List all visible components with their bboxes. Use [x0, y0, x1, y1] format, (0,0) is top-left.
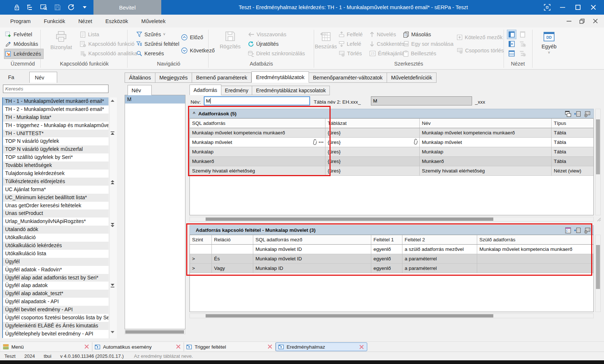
menu-eszkozok[interactable]: Eszközök — [106, 14, 128, 29]
result-table-row-selected[interactable]: M — [125, 95, 185, 104]
ellipsis-button[interactable]: ⋯ — [318, 139, 324, 145]
list-item[interactable]: UC_Minimum készlet beállított lista* — [3, 194, 108, 202]
datasources-hscrollbar[interactable] — [189, 217, 594, 222]
screenshot-icon[interactable] — [539, 0, 555, 15]
delete-table-icon[interactable] — [584, 227, 590, 234]
torles-button[interactable]: Törlés — [339, 49, 362, 58]
collapse-chevron-icon[interactable]: ^ — [193, 111, 195, 116]
join-conditions-panel-header[interactable]: Adatforrás kapcsoló feltétel - Munkalap … — [189, 225, 594, 235]
kapcsolodo-analitika-button[interactable]: Kapcsolódó analitika — [80, 49, 137, 58]
close-tab-icon[interactable] — [84, 344, 89, 349]
inner-close-button[interactable] — [590, 16, 600, 26]
column-header[interactable]: Feltétel 1 — [371, 235, 402, 245]
task-tab-automatikus-esemeny[interactable]: Automatikus esemény — [92, 342, 184, 351]
list-item[interactable]: Ügyfél alapadatok - API — [3, 298, 108, 306]
lefele-button[interactable]: Lefelé — [339, 39, 361, 49]
csoportos-torles-button[interactable]: Csoportos törlés — [457, 46, 504, 55]
felvetel-button[interactable]: Felvétel — [5, 30, 32, 39]
table-name-input[interactable]: M — [371, 96, 472, 105]
list-item[interactable]: Utókalkuláció — [3, 234, 108, 242]
rogzites-button[interactable]: Rögzítés — [217, 30, 243, 49]
table-row[interactable]: Személy hivatali elérhetőség {üres} Szem… — [190, 166, 593, 176]
page-up-icon[interactable] — [110, 180, 115, 185]
subtab-eredmeny[interactable]: Eredmény — [221, 86, 253, 95]
view-layout-left-button[interactable] — [507, 30, 516, 39]
maximize-button[interactable] — [570, 0, 586, 15]
menu-muveletek[interactable]: Műveletek — [141, 15, 166, 27]
list-item[interactable]: Tulajdonság lekérdezések — [3, 170, 108, 178]
egy-sor-masolasa-button[interactable]: Egy sor másolása — [403, 39, 453, 49]
list-item[interactable]: Unas getOrder keresési feltételek — [3, 202, 108, 210]
tab-bemenoparameter-valtozatok[interactable]: Bemenőparaméter-változatok — [309, 73, 387, 83]
paperclip-icon[interactable] — [312, 139, 317, 145]
bizonylat-button[interactable]: Bizonylat — [45, 30, 77, 50]
view-layout-bottom-button[interactable] — [507, 49, 516, 58]
view-layout-left-collapse-button[interactable] — [507, 40, 516, 48]
table-row[interactable]: > Vagy Munkalap ID egyenlő a paraméterre… — [190, 264, 593, 273]
datasources-vscrollbar[interactable] — [595, 109, 601, 215]
column-header[interactable]: Típus — [552, 119, 593, 128]
column-header[interactable]: Szülő adatforrás — [477, 235, 593, 245]
tab-bemeno-parameterek[interactable]: Bemenő paraméterek — [192, 73, 251, 83]
list-item[interactable]: Ügyfél — [3, 258, 108, 266]
list-item[interactable]: TH - Munkalap lista* — [3, 114, 108, 122]
close-tab-icon[interactable] — [359, 345, 364, 349]
table-row-current[interactable]: Munkalap művelet ID egyenlő a szülő adat… — [190, 245, 593, 254]
scroll-up-icon[interactable] — [110, 99, 115, 104]
list-item[interactable]: Ügyfél alap adat adatforrás teszt by Ser… — [3, 274, 108, 282]
menu-nezet[interactable]: Nézet — [78, 15, 92, 27]
close-tab-icon[interactable] — [268, 344, 272, 349]
lista-button[interactable]: Lista — [80, 30, 99, 39]
column-header[interactable]: Feltétel 2 — [402, 235, 477, 245]
result-list-hscrollbar[interactable] — [125, 330, 185, 334]
quickbar-dropdown-icon[interactable] — [80, 3, 89, 12]
table-row[interactable]: > És Munkalap művelet ID egyenlő a param… — [190, 254, 593, 264]
tab-altalanos[interactable]: Általános — [125, 73, 155, 83]
menu-program[interactable]: Program — [10, 15, 31, 27]
add-column-icon[interactable] — [574, 111, 581, 117]
delete-table-icon[interactable] — [584, 111, 590, 117]
szuresi-feltetel-button[interactable]: Szűrési feltétel — [136, 39, 179, 49]
page-down-icon[interactable] — [110, 223, 115, 228]
quick-tab-bevitel[interactable]: Bevitel — [93, 0, 161, 15]
task-tab-menu[interactable]: Menü — [1, 342, 92, 351]
table-row[interactable]: Munkaerő {üres} Munkaerő Tábla — [190, 157, 593, 166]
tree-menu-icon[interactable] — [26, 3, 35, 12]
masolas-button[interactable]: Másolás — [403, 30, 431, 39]
lock-icon[interactable] — [12, 3, 21, 12]
tab-eredmenytablazatok[interactable]: Eredménytáblázatok — [251, 71, 309, 83]
list-item[interactable]: További lehetőségek — [3, 161, 108, 170]
modositas-button[interactable]: Módosítás — [5, 39, 38, 49]
kovetkezo-button[interactable]: Következő — [181, 46, 215, 55]
table-row[interactable]: Munkalap {üres} Munkalap Tábla — [190, 147, 593, 157]
inner-minimize-button[interactable] — [564, 16, 574, 26]
list-item[interactable]: Unas setProduct — [3, 209, 108, 218]
list-item[interactable]: Urlap_MunkiadonyilvNApiRogzites* — [3, 218, 108, 226]
list-item[interactable]: Utalandó adók — [3, 226, 108, 234]
subtab-eredmenytablazat-kapcsolatok[interactable]: Eredménytáblázat kapcsolatok — [252, 86, 330, 95]
resize-grip-icon[interactable] — [596, 216, 601, 222]
refresh-icon[interactable] — [67, 3, 76, 12]
list-item[interactable]: Ügyfél adatok - Radovin* — [3, 266, 108, 274]
list-item[interactable]: Utókalkuláció lista — [3, 250, 108, 258]
join-conditions-hscrollbar[interactable] — [189, 313, 594, 318]
list-item[interactable]: Ügyféltelephely bevitel eredmény - API — [3, 330, 108, 338]
minimize-button[interactable] — [555, 0, 570, 15]
ujratoltes-button[interactable]: Újratöltés — [248, 39, 279, 49]
column-header[interactable]: SQL adatforrás — [190, 119, 325, 128]
list-item[interactable]: Ügyfél csoportos fizetési besorolás list… — [3, 314, 108, 322]
tab-megjegyzes[interactable]: Megjegyzés — [155, 73, 192, 83]
felfele-button[interactable]: Felfelé — [339, 30, 363, 39]
go-last-icon[interactable] — [110, 283, 115, 289]
direkt-szinkronizalas-button[interactable]: Direkt szinkronizálás — [248, 49, 305, 58]
list-item[interactable]: TOP szállító ügyfelek by Seri* — [3, 153, 108, 161]
list-item[interactable]: TOP N vásárló ügyfelek — [3, 137, 108, 145]
new-window-icon[interactable] — [565, 111, 571, 117]
lekerdezes-button[interactable]: Lekérdezés — [4, 49, 44, 59]
close-button[interactable] — [586, 0, 601, 15]
szures-button[interactable]: Szűrés ˅ — [136, 30, 165, 39]
menu-funkciok[interactable]: Funkciók — [44, 15, 65, 27]
table-row-current[interactable]: Munkalap művelet ⋯ {üres} Munkalap művel… — [190, 138, 593, 147]
list-item[interactable]: TH - UNITTEST* — [3, 130, 108, 138]
list-item[interactable]: Ügyfél alap adatok — [3, 282, 108, 290]
